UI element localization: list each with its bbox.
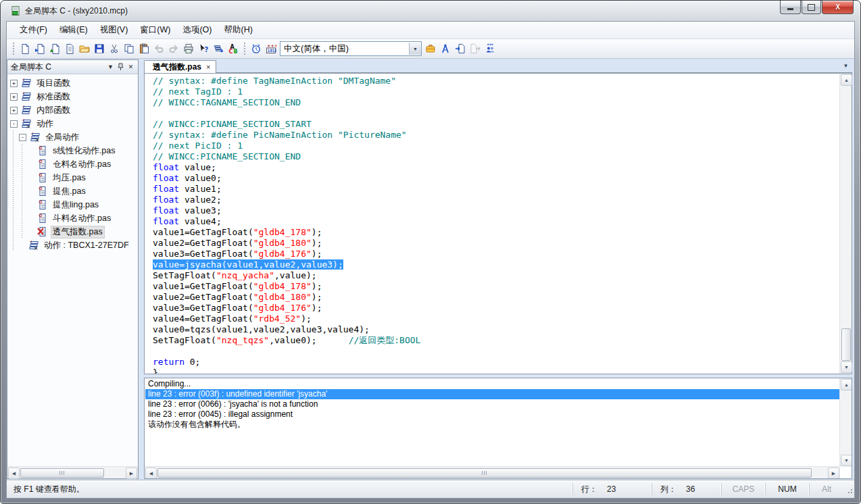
copy-button[interactable]: [122, 41, 137, 56]
help-pointer-button[interactable]: ?: [196, 41, 211, 56]
pane-menu-dropdown[interactable]: ▼: [105, 62, 116, 72]
code-area[interactable]: // syntax: #define TagNameInAction "DMTa…: [145, 74, 839, 374]
expand-icon[interactable]: +: [10, 93, 18, 101]
save-button[interactable]: [92, 41, 107, 56]
toolbox-button[interactable]: [423, 41, 438, 56]
tree-item-pas-file[interactable]: 仓料名动作.pas: [28, 157, 138, 171]
code-line: float value0;: [153, 173, 839, 184]
menu-edit[interactable]: 编辑(E): [53, 22, 94, 39]
scrollbar-thumb[interactable]: [157, 468, 812, 478]
tree-item-pas-file-selected[interactable]: 透气指数.pas: [28, 225, 138, 238]
collapse-icon[interactable]: -: [10, 120, 18, 128]
tree-horizontal-scrollbar[interactable]: ◀ ▶: [7, 466, 138, 478]
scroll-down-icon[interactable]: ▼: [841, 361, 852, 373]
pin-icon: [117, 63, 124, 71]
expand-icon[interactable]: +: [10, 107, 18, 114]
svg-text:?: ?: [205, 46, 209, 53]
output-line[interactable]: line 23 : error (0066) : 'jsyacha' is no…: [145, 399, 839, 409]
tree-item-pas-file[interactable]: 斗料名动作.pas: [28, 211, 138, 225]
tree-item-global-actions[interactable]: - 全局动作: [19, 130, 138, 144]
print-button[interactable]: [181, 41, 196, 56]
tree-item-actions[interactable]: - 动作: [10, 117, 138, 130]
close-button[interactable]: X: [822, 1, 854, 14]
tree-item-standard-functions[interactable]: + 标准函数: [10, 90, 138, 103]
status-num-indicator: NUM: [765, 483, 809, 495]
scroll-right-icon[interactable]: ▶: [126, 468, 137, 479]
restore-button[interactable]: [802, 1, 821, 14]
document-area: 透气指数.pas × ▼ // syntax: #define TagNameI…: [139, 59, 854, 480]
output-vertical-scrollbar[interactable]: ▲ ▼: [839, 378, 852, 467]
tree-item-pas-file[interactable]: s线性化动作.pas: [28, 144, 138, 157]
tree-item-pas-file[interactable]: 均压.pas: [28, 171, 138, 184]
compile-button[interactable]: [211, 41, 226, 56]
action-file-icon: [36, 186, 48, 197]
tab-close-icon[interactable]: ×: [206, 63, 210, 71]
close-icon: ✕: [128, 64, 134, 70]
paste-button[interactable]: [137, 41, 151, 56]
code-line: float value4;: [153, 216, 839, 227]
scroll-up-icon[interactable]: ▲: [841, 74, 852, 86]
editor-vertical-scrollbar[interactable]: ▲ ▼: [839, 74, 852, 374]
minimize-button[interactable]: [780, 1, 801, 14]
output-horizontal-scrollbar[interactable]: ◀ ▶: [145, 466, 840, 478]
menu-options[interactable]: 选项(O): [176, 22, 218, 39]
output-line[interactable]: Compiling...: [145, 379, 839, 389]
new-file-button[interactable]: [18, 41, 32, 56]
ab-check-button[interactable]: ACB: [226, 41, 241, 56]
toolbar-grip[interactable]: [12, 43, 15, 55]
tree-item-pas-file[interactable]: 提焦ling.pas: [28, 198, 138, 211]
code-line: [153, 108, 839, 119]
cut-button[interactable]: [107, 41, 122, 56]
scroll-down-icon[interactable]: ▼: [841, 455, 852, 466]
pane-header: 全局脚本 C ▼ ✕: [7, 60, 138, 74]
scroll-up-icon[interactable]: ▲: [841, 379, 852, 390]
code-line: [153, 346, 839, 357]
code-line: // WINCC:PICNAME_SECTION_END: [153, 151, 839, 162]
collapse-icon[interactable]: -: [19, 134, 26, 141]
pane-close-button[interactable]: ✕: [126, 62, 136, 72]
compiler-output-panel: Compiling... line 23 : error (003f) : un…: [144, 378, 852, 479]
users-button[interactable]: ***: [483, 41, 497, 56]
tree-item-project-functions[interactable]: + 项目函数: [10, 76, 138, 90]
toolbar-grip[interactable]: [243, 43, 246, 55]
language-combo[interactable]: 中文(简体，中国) ▼: [280, 41, 422, 56]
action-file-icon: [36, 145, 48, 156]
document-button[interactable]: [62, 41, 77, 56]
title-bar[interactable]: 全局脚本 C - (slxy2010.mcp) X: [1, 1, 860, 21]
scroll-left-icon[interactable]: ◀: [145, 468, 157, 479]
app-window: 全局脚本 C - (slxy2010.mcp) X 文件(F) 编辑(E) 视图…: [0, 0, 861, 504]
output-line-selected[interactable]: line 23 : error (003f) : undefined ident…: [145, 389, 839, 399]
menu-window[interactable]: 窗口(W): [134, 22, 176, 39]
output-line[interactable]: 该动作没有包含解释代码。: [145, 420, 839, 430]
compass-button[interactable]: [438, 41, 453, 56]
scroll-right-icon[interactable]: ▶: [828, 468, 839, 479]
tree-item-pas-file[interactable]: 提焦.pas: [28, 184, 138, 198]
expand-icon[interactable]: +: [10, 80, 18, 87]
scroll-left-icon[interactable]: ◀: [8, 468, 20, 479]
help-pointer-icon: ?: [198, 43, 209, 54]
code-line: // syntax: #define TagNameInAction "DMTa…: [153, 76, 839, 86]
clock-button[interactable]: [249, 41, 264, 56]
tab-list-dropdown-icon[interactable]: ▼: [841, 61, 851, 70]
export-button[interactable]: [468, 41, 483, 56]
output-line[interactable]: line 23 : error (0045) : illegal assignm…: [145, 409, 839, 420]
scrollbar-thumb[interactable]: [841, 328, 851, 361]
redo-button[interactable]: [166, 41, 181, 56]
pane-pin-button[interactable]: [116, 62, 126, 72]
open-action-button[interactable]: [47, 41, 62, 56]
undo-button[interactable]: [151, 41, 166, 56]
menu-file[interactable]: 文件(F): [14, 22, 53, 39]
svg-text:1010: 1010: [268, 48, 276, 53]
tab-touqizhishu[interactable]: 透气指数.pas ×: [144, 60, 216, 73]
resize-grip[interactable]: [843, 483, 854, 495]
binary-counter-button[interactable]: +++1010: [264, 41, 278, 56]
chevron-down-icon[interactable]: ▼: [409, 43, 421, 55]
tree-item-action-instance[interactable]: 动作 : TBCX1-27E7DF: [19, 238, 138, 252]
import-button[interactable]: [453, 41, 468, 56]
open-folder-button[interactable]: [77, 41, 92, 56]
scrollbar-thumb[interactable]: [20, 468, 104, 478]
tree-item-internal-functions[interactable]: + 内部函数: [10, 103, 138, 117]
menu-view[interactable]: 视图(V): [94, 22, 134, 39]
new-action-button[interactable]: [32, 41, 47, 56]
menu-help[interactable]: 帮助(H): [218, 22, 259, 39]
